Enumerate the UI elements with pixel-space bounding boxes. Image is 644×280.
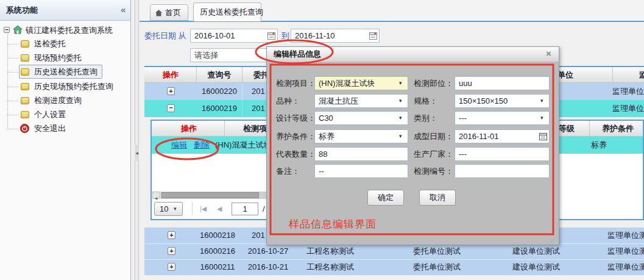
sidebar-item-history-site-query[interactable]: 历史现场预约委托查询 <box>34 80 113 93</box>
cell-date: 2016-10-21 <box>248 259 289 275</box>
header-query-no: 查询号 <box>208 67 232 83</box>
dialog-resize-grip[interactable]: ∷ <box>551 238 554 244</box>
select-arrow-icon: ▾ <box>174 203 177 215</box>
test-code-input[interactable] <box>455 164 550 178</box>
sidebar-item-history-commission-query[interactable]: 历史送检委托查询 <box>34 65 97 79</box>
sidebar-item-logout[interactable]: 安全退出 <box>34 122 66 135</box>
test-part-value: uuu <box>459 77 472 90</box>
combo-arrow-icon[interactable]: ▾ <box>540 112 543 124</box>
spec-label: 规格： <box>414 94 437 108</box>
calendar-icon[interactable] <box>369 32 377 40</box>
category-value: --- <box>459 112 467 124</box>
spec-combo[interactable]: 150×150×150 ▾ <box>455 94 550 108</box>
prev-page-icon[interactable]: ◀ <box>217 202 222 216</box>
date-from-input[interactable]: 2016-10-01 <box>190 29 278 43</box>
sidebar-item-personal-settings[interactable]: 个人设置 <box>34 108 66 121</box>
tree-root-label[interactable]: 镇江建科委托及查询系统 <box>26 24 113 37</box>
tab-close-icon[interactable]: × <box>250 3 255 20</box>
cure-condition-label: 养护条件： <box>276 129 316 143</box>
page-size-value: 10 <box>160 203 168 215</box>
edit-link[interactable]: 编辑 <box>171 137 187 154</box>
combo-arrow-icon[interactable]: ▾ <box>540 95 543 107</box>
design-grade-value: C30 <box>319 112 333 124</box>
cell-query-no: 16000216 <box>200 243 235 259</box>
page-number-input[interactable]: 1 <box>232 203 258 215</box>
edit-sample-dialog: 编辑样品信息 × 检测项目： (HN)混凝土试块 ▾ 检测部位： uuu 品种：… <box>266 46 559 245</box>
dialog-title-bar[interactable]: 编辑样品信息 × <box>267 47 559 62</box>
delete-link[interactable]: 删除 <box>194 137 210 154</box>
horizontal-scrollbar-thumb[interactable] <box>161 192 259 198</box>
column-divider <box>612 67 613 83</box>
quantity-input[interactable]: 88 <box>314 147 408 161</box>
project-select[interactable]: 请选择 <box>190 48 278 62</box>
tree-guide-stub <box>7 58 18 59</box>
cell-build-unit: 建设单位测试 <box>512 243 560 259</box>
tree-root-collapse-icon[interactable]: − <box>4 27 10 33</box>
cure-condition-value: 标养 <box>319 130 334 143</box>
dialog-close-icon[interactable]: × <box>546 47 551 60</box>
first-page-icon[interactable]: |◀ <box>200 202 207 216</box>
cell-date-partial: 201 <box>252 228 265 243</box>
combo-arrow-icon[interactable]: ▾ <box>399 77 402 90</box>
column-divider <box>242 100 242 117</box>
test-code-label: 检测编号： <box>414 164 453 178</box>
remark-input[interactable]: -- <box>314 164 408 178</box>
ok-button[interactable]: 确定 <box>367 190 404 206</box>
combo-arrow-icon[interactable]: ▾ <box>399 95 402 107</box>
mold-date-input[interactable]: 2016-11-01 <box>455 129 550 143</box>
cell-build-unit: 建设单位测试 <box>512 259 560 275</box>
calendar-icon[interactable] <box>539 132 547 140</box>
dialog-title: 编辑样品信息 <box>274 47 321 62</box>
splitter-arrow-icon: ◀ <box>135 151 138 155</box>
cell-supervise-unit: 监理单位测 <box>607 228 644 243</box>
detail-header-operation: 操作 <box>181 121 197 137</box>
sidebar-title: 系统功能 <box>6 0 38 20</box>
remark-label: 备注： <box>276 164 300 178</box>
date-from-value: 2016-10-01 <box>194 29 235 42</box>
cell-date: 2016-10-27 <box>248 243 289 259</box>
tab-home[interactable]: 首页 <box>150 4 188 21</box>
combo-arrow-icon[interactable]: ▾ <box>399 130 402 143</box>
tree-guide-stub <box>7 115 18 115</box>
scroll-left-icon: ◀ <box>155 196 158 200</box>
calendar-icon[interactable] <box>267 32 275 40</box>
date-to-value: 2016-11-10 <box>295 29 335 42</box>
manufacturer-input[interactable]: --- <box>455 147 550 161</box>
splitter-bar[interactable] <box>135 0 139 280</box>
sidebar-item-progress-query[interactable]: 检测进度查询 <box>34 94 82 107</box>
cure-condition-combo[interactable]: 标养 ▾ <box>314 129 408 143</box>
test-part-label: 检测部位： <box>414 76 453 90</box>
tab-active[interactable]: 历史送检委托查询 × <box>193 2 261 21</box>
design-grade-combo[interactable]: C30 ▾ <box>314 111 408 125</box>
folder-icon <box>21 68 29 76</box>
to-label: 到 <box>281 29 289 43</box>
splitter[interactable]: ◀ <box>131 0 140 280</box>
expand-row-icon[interactable]: + <box>168 247 175 255</box>
combo-arrow-icon[interactable]: ▾ <box>399 112 402 124</box>
expand-row-icon[interactable]: + <box>167 87 175 95</box>
sidebar-item-site-reservation[interactable]: 现场预约委托 <box>34 51 82 65</box>
test-item-label: 检测项目： <box>276 76 316 90</box>
breed-combo[interactable]: 混凝土抗压 ▾ <box>314 94 408 108</box>
cell-supervise-unit: 监理单位测 <box>612 100 644 117</box>
scrollbar-left-button[interactable]: ◀ <box>152 192 160 199</box>
tree-guide-stub <box>7 72 18 73</box>
expand-row-icon[interactable]: + <box>168 263 175 271</box>
date-to-input[interactable]: 2016-11-10 <box>291 29 380 43</box>
page-size-select[interactable]: 10 ▾ <box>154 202 183 216</box>
detail-cell-cure: 标养 <box>591 137 607 154</box>
test-item-combo[interactable]: (HN)混凝土试块 ▾ <box>314 76 408 90</box>
collapse-row-icon[interactable]: − <box>167 104 175 112</box>
page-count-separator: / <box>263 202 265 216</box>
cancel-button[interactable]: 取消 <box>419 190 456 206</box>
mold-date-value: 2016-11-01 <box>459 130 499 143</box>
splitter-collapse-handle[interactable]: ◀ <box>135 145 139 161</box>
expand-row-icon[interactable]: + <box>168 231 175 239</box>
test-part-input[interactable]: uuu <box>455 76 550 90</box>
folder-icon <box>21 54 29 62</box>
sidebar-item-submit-commission[interactable]: 送检委托 <box>34 37 66 51</box>
sidebar: 系统功能 « − 镇江建科委托及查询系统 送检委托 现场预约委托 历史送检委托查… <box>0 0 131 280</box>
sidebar-header: 系统功能 « <box>0 0 130 21</box>
collapse-sidebar-icon[interactable]: « <box>121 0 126 19</box>
category-combo[interactable]: --- ▾ <box>455 111 550 125</box>
